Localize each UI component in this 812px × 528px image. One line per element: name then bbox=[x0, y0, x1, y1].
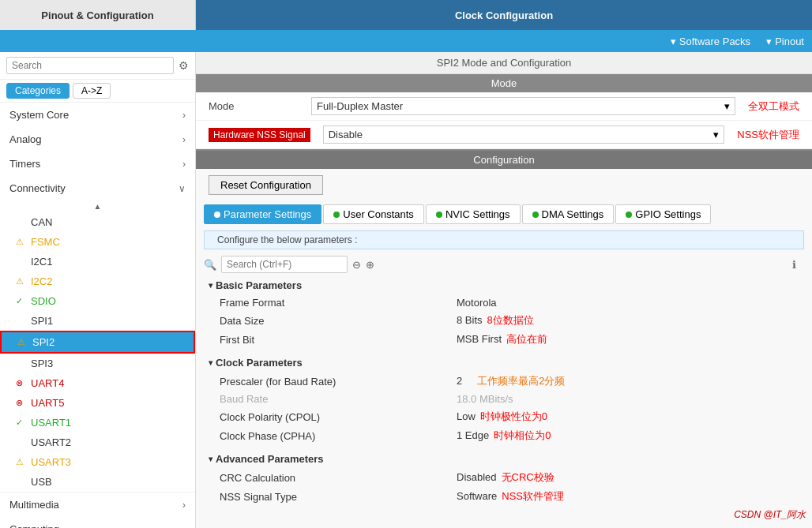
tab-categories[interactable]: Categories bbox=[6, 83, 70, 99]
param-row-frame-format: Frame Format Motorola bbox=[204, 294, 804, 311]
search-input[interactable] bbox=[6, 57, 174, 74]
chevron-right-icon: › bbox=[182, 500, 186, 511]
tab-dma-settings[interactable]: DMA Settings bbox=[522, 204, 615, 224]
param-crc-value: Disabled无CRC校验 bbox=[457, 470, 554, 485]
sidebar-item-usart1[interactable]: ✓ USART1 bbox=[0, 413, 195, 433]
sidebar-item-analog[interactable]: Analog › bbox=[0, 127, 195, 152]
reset-config-button[interactable]: Reset Configuration bbox=[209, 175, 323, 195]
system-core-label: System Core bbox=[9, 109, 69, 121]
clock-params-header[interactable]: ▾ Clock Parameters bbox=[204, 354, 804, 372]
sidebar-item-timers[interactable]: Timers › bbox=[0, 152, 195, 176]
error-icon: ⊗ bbox=[16, 398, 28, 408]
sidebar-item-system-core[interactable]: System Core › bbox=[0, 103, 195, 127]
pinout-header[interactable]: Pinout & Configuration bbox=[0, 0, 196, 30]
annotation: 高位在前 bbox=[506, 333, 547, 345]
chevron-down-icon: ∨ bbox=[179, 183, 186, 194]
tab-dot bbox=[436, 212, 442, 218]
clock-title: Clock Configuration bbox=[455, 9, 553, 21]
param-data-size-label: Data Size bbox=[220, 315, 457, 327]
check-icon: ✓ bbox=[16, 418, 28, 428]
sidebar-item-connectivity[interactable]: Connectivity ∨ bbox=[0, 176, 195, 200]
chevron-right-icon: › bbox=[182, 110, 186, 121]
annotation: 时钟极性位为0 bbox=[480, 410, 547, 422]
basic-params-header[interactable]: ▾ Basic Parameters bbox=[204, 276, 804, 294]
annotation: 8位数据位 bbox=[487, 314, 534, 326]
param-search-bar: 🔍 ⊖ ⊕ ℹ bbox=[196, 253, 812, 276]
param-prescaler-value: 2 工作频率最高2分频 bbox=[457, 374, 565, 388]
tab-dot bbox=[333, 212, 340, 218]
connectivity-label: Connectivity bbox=[9, 182, 66, 194]
mode-select[interactable]: Full-Duplex Master ▾ bbox=[311, 97, 735, 115]
sidebar-item-multimedia[interactable]: Multimedia › bbox=[0, 492, 195, 517]
tab-parameter-settings[interactable]: Parameter Settings bbox=[204, 204, 321, 224]
param-search-input[interactable] bbox=[221, 256, 348, 273]
sidebar-item-i2c2[interactable]: ⚠ I2C2 bbox=[0, 271, 195, 291]
analog-label: Analog bbox=[9, 133, 41, 145]
sidebar-item-usb[interactable]: USB bbox=[0, 472, 195, 492]
sidebar-item-sdio[interactable]: ✓ SDIO bbox=[0, 291, 195, 311]
can-label: CAN bbox=[31, 216, 52, 228]
mode-annotation: 全双工模式 bbox=[748, 99, 799, 114]
chevron-right-icon: › bbox=[182, 524, 186, 529]
connectivity-section: Connectivity ∨ ▲ CAN ⚠ FSMC bbox=[0, 176, 195, 492]
sidebar-item-usart3[interactable]: ⚠ USART3 bbox=[0, 452, 195, 472]
tab-nvic-settings[interactable]: NVIC Settings bbox=[426, 204, 521, 224]
annotation: 无CRC校验 bbox=[502, 471, 554, 483]
sidebar-item-uart5[interactable]: ⊗ UART5 bbox=[0, 393, 195, 413]
software-packs-item[interactable]: ▾ Software Packs bbox=[671, 36, 750, 47]
param-row-crc: CRC Calculation Disabled无CRC校验 bbox=[204, 468, 804, 487]
uart4-label: UART4 bbox=[31, 377, 64, 389]
chevron-down-icon: ▾ bbox=[209, 455, 212, 463]
param-row-cpol: Clock Polarity (CPOL) Low时钟极性位为0 bbox=[204, 407, 804, 426]
gear-icon[interactable]: ⚙ bbox=[179, 59, 189, 72]
tab-gpio-settings[interactable]: GPIO Settings bbox=[615, 204, 711, 224]
sidebar-item-usart2[interactable]: USART2 bbox=[0, 433, 195, 452]
nss-label: Hardware NSS Signal bbox=[209, 128, 310, 142]
clock-header[interactable]: Clock Configuration bbox=[196, 0, 812, 30]
config-section: Configuration Reset Configuration Parame… bbox=[196, 151, 812, 528]
pinout-item[interactable]: ▾ Pinout bbox=[766, 36, 804, 47]
sidebar-item-fsmc[interactable]: ⚠ FSMC bbox=[0, 232, 195, 252]
param-first-bit-value: MSB First高位在前 bbox=[457, 332, 547, 346]
sidebar-item-spi2[interactable]: ⚠ SPI2 bbox=[0, 331, 195, 354]
nss-select[interactable]: Disable ▾ bbox=[323, 125, 725, 144]
sdio-label: SDIO bbox=[31, 295, 56, 307]
config-note: Configure the below parameters : bbox=[204, 230, 804, 249]
tab-label: User Constants bbox=[343, 208, 414, 220]
fsmc-label: FSMC bbox=[31, 236, 60, 248]
tab-dot bbox=[532, 212, 539, 218]
mode-row-2: Hardware NSS Signal Disable ▾ NSS软件管理 bbox=[196, 121, 812, 149]
sidebar-item-computing[interactable]: Computing › bbox=[0, 517, 195, 528]
sidebar-item-spi3[interactable]: SPI3 bbox=[0, 354, 195, 373]
chevron-right-icon: › bbox=[182, 134, 186, 145]
connectivity-items: CAN ⚠ FSMC I2C1 ⚠ I2C2 bbox=[0, 212, 195, 492]
sidebar-item-can[interactable]: CAN bbox=[0, 212, 195, 232]
param-row-nss-type: NSS Signal Type SoftwareNSS软件管理 bbox=[204, 487, 804, 506]
sidebar-item-uart4[interactable]: ⊗ UART4 bbox=[0, 373, 195, 393]
i2c1-label: I2C1 bbox=[31, 256, 52, 268]
param-tabs: Parameter Settings User Constants NVIC S… bbox=[196, 201, 812, 227]
tab-user-constants[interactable]: User Constants bbox=[323, 204, 424, 224]
minus-circle-icon[interactable]: ⊖ bbox=[352, 259, 361, 271]
advanced-params-header[interactable]: ▾ Advanced Parameters bbox=[204, 450, 804, 468]
warning-icon: ⚠ bbox=[17, 337, 30, 347]
chevron-down-icon: ▾ bbox=[209, 358, 212, 367]
sidebar-item-i2c1[interactable]: I2C1 bbox=[0, 252, 195, 271]
param-row-cpha: Clock Phase (CPHA) 1 Edge时钟相位为0 bbox=[204, 426, 804, 445]
software-packs-label: Software Packs bbox=[679, 36, 750, 47]
plus-circle-icon[interactable]: ⊕ bbox=[366, 259, 374, 271]
watermark: CSDN @IT_阿水 bbox=[734, 508, 806, 522]
spi2-label: SPI2 bbox=[32, 336, 55, 348]
param-cpha-value: 1 Edge时钟相位为0 bbox=[457, 429, 551, 443]
param-row-data-size: Data Size 8 Bits8位数据位 bbox=[204, 311, 804, 330]
computing-label: Computing bbox=[9, 523, 59, 528]
sidebar-item-spi1[interactable]: SPI1 bbox=[0, 311, 195, 331]
tab-az[interactable]: A->Z bbox=[73, 83, 111, 99]
chevron-down-icon: ▾ bbox=[671, 36, 676, 47]
right-panel: SPI2 Mode and Configuration Mode Mode Fu… bbox=[196, 52, 812, 528]
param-prescaler-label: Prescaler (for Baud Rate) bbox=[220, 376, 457, 388]
param-crc-label: CRC Calculation bbox=[220, 472, 457, 484]
annotation: 工作频率最高2分频 bbox=[467, 375, 565, 387]
nss-annotation: NSS软件管理 bbox=[737, 128, 799, 142]
panel-title: SPI2 Mode and Configuration bbox=[196, 52, 812, 74]
